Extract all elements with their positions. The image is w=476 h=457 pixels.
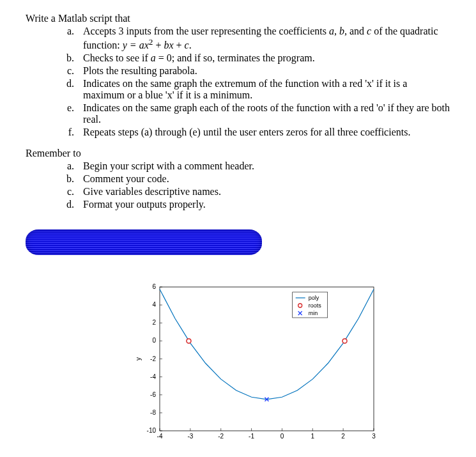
svg-text:6: 6 xyxy=(152,283,156,290)
svg-text:2: 2 xyxy=(152,320,156,327)
svg-text:0: 0 xyxy=(152,337,156,345)
req-item: Plots the resulting parabola. xyxy=(77,65,450,77)
svg-text:roots: roots xyxy=(309,302,322,309)
svg-point-43 xyxy=(298,304,302,307)
svg-text:0: 0 xyxy=(280,433,284,440)
req-item: Indicates on the same graph each of the … xyxy=(77,102,450,125)
prompt-title: Write a Matlab script that xyxy=(26,13,450,24)
svg-text:y: y xyxy=(135,357,142,360)
svg-text:-4: -4 xyxy=(150,373,156,380)
req-item: Indicates on the same graph the extremum… xyxy=(77,78,450,101)
remember-item: Begin your script with a comment header. xyxy=(77,160,450,172)
req-item: Checks to see if a = 0; and if so, termi… xyxy=(77,52,450,64)
chart-svg: -4-3-2-10123-10-8-6-4-20246ypolyrootsmin xyxy=(128,281,383,447)
req-item: Repeats steps (a) through (e) until the … xyxy=(77,127,450,138)
remember-item: Comment your code. xyxy=(77,173,450,185)
svg-text:poly: poly xyxy=(309,295,319,301)
svg-text:-8: -8 xyxy=(150,409,156,416)
req-item: Accepts 3 inputs from the user represent… xyxy=(77,26,450,51)
svg-text:-6: -6 xyxy=(150,391,156,398)
svg-text:-2: -2 xyxy=(218,433,224,440)
svg-text:2: 2 xyxy=(341,433,345,440)
highlight-redaction-bar xyxy=(26,229,262,255)
svg-rect-0 xyxy=(160,287,374,431)
svg-text:-2: -2 xyxy=(150,355,156,362)
svg-text:min: min xyxy=(309,310,318,316)
remember-item: Give variables descriptive names. xyxy=(77,186,450,198)
requirements-list: Accepts 3 inputs from the user represent… xyxy=(26,26,450,138)
remember-title: Remember to xyxy=(26,148,450,159)
svg-text:1: 1 xyxy=(311,433,315,440)
svg-text:-3: -3 xyxy=(187,433,193,440)
remember-list: Begin your script with a comment header.… xyxy=(26,160,450,210)
svg-text:3: 3 xyxy=(372,433,376,440)
chart-figure: -4-3-2-10123-10-8-6-4-20246ypolyrootsmin xyxy=(128,281,450,447)
svg-text:-10: -10 xyxy=(147,427,157,434)
svg-text:-1: -1 xyxy=(249,433,254,440)
svg-point-36 xyxy=(187,339,191,343)
svg-point-37 xyxy=(342,339,347,343)
remember-item: Format your outputs properly. xyxy=(77,199,450,210)
svg-text:4: 4 xyxy=(152,301,156,308)
svg-text:-4: -4 xyxy=(157,433,163,440)
